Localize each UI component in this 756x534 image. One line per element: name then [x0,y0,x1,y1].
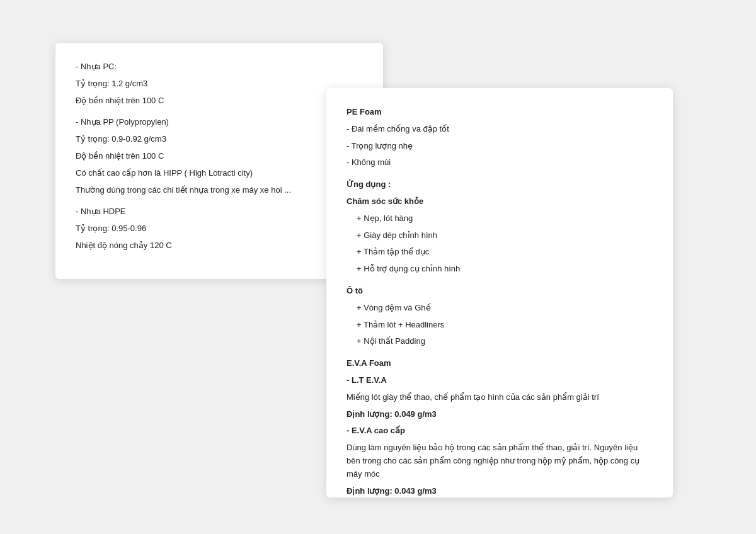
cao-cap-label: - E.V.A cao cấp [346,424,653,438]
eva-foam-title: E.V.A Foam [346,357,653,370]
pe-foam-section: PE Foam - Đai mềm chống va đập tốt - Trọ… [346,106,653,169]
section-pc: - Nhựa PC: Tỷ trọng: 1.2 g/cm3 Độ bền nh… [76,60,363,107]
pp-line-4: Có chất cao cấp hơn là HIPP ( High Lotra… [76,167,363,180]
card-right: PE Foam - Đai mềm chống va đập tốt - Trọ… [326,88,673,497]
application-label: Ứng dụng : [346,178,653,191]
pc-line-3: Độ bền nhiệt trên 100 C [76,94,363,108]
auto-item-3: + Nội thất Padding [346,335,653,348]
pp-line-1: - Nhựa PP (Polypropylen) [76,116,363,129]
application-section: Ứng dụng : Chăm sóc sức khỏe + Nẹp, lót … [346,178,653,276]
lt-weight-label: Định lượng: 0.049 g/m3 [346,408,653,421]
pc-line-1: - Nhựa PC: [76,60,363,74]
auto-item-1: + Vòng đệm và Ghế [346,302,653,315]
pc-line-2: Tỷ trọng: 1.2 g/cm3 [76,77,363,91]
pe-item-1: - Đai mềm chống va đập tốt [346,123,653,136]
cao-cap-desc: Dùng làm nguyên liệu bảo hộ trong các sả… [346,441,653,480]
pp-line-3: Độ bền nhiệt trên 100 C [76,150,363,163]
pe-item-2: - Trọng lượng nhẹ [346,140,653,153]
section-pp: - Nhựa PP (Polypropylen) Tỷ trọng: 0.9-0… [76,116,363,196]
auto-label: Ô tô [346,285,653,298]
lt-label: - L.T E.V.A [346,374,653,387]
hdpe-line-1: - Nhựa HDPE [76,205,363,219]
health-item-1: + Nẹp, lót hàng [346,212,653,225]
cao-cap-weight-label: Định lượng: 0.043 g/m3 [346,485,653,497]
hdpe-line-2: Tỷ trọng: 0.95-0.96 [76,222,363,236]
pp-line-5: Thường dùng trong các chi tiết nhựa tron… [76,184,363,197]
section-hdpe: - Nhựa HDPE Tỷ trọng: 0.95-0.96 Nhiệt độ… [76,205,363,252]
pe-item-3: - Không mùi [346,156,653,169]
auto-section: Ô tô + Vòng đệm và Ghế + Thảm lót + Head… [346,285,653,348]
lt-desc: Miếng lót giày thể thao, chế phẩm tạo hì… [346,391,653,404]
auto-item-2: + Thảm lót + Headliners [346,319,653,332]
health-item-3: + Thảm tập thể dục [346,246,653,259]
hdpe-line-3: Nhiệt độ nóng chảy 120 C [76,239,363,253]
health-label: Chăm sóc sức khỏe [346,195,653,208]
health-item-4: + Hỗ trợ dụng cụ chỉnh hình [346,263,653,276]
pe-foam-title: PE Foam [346,106,653,119]
pp-line-2: Tỷ trọng: 0.9-0.92 g/cm3 [76,133,363,146]
eva-foam-section: E.V.A Foam - L.T E.V.A Miếng lót giày th… [346,357,653,497]
health-item-2: + Giày dép chỉnh hình [346,229,653,242]
